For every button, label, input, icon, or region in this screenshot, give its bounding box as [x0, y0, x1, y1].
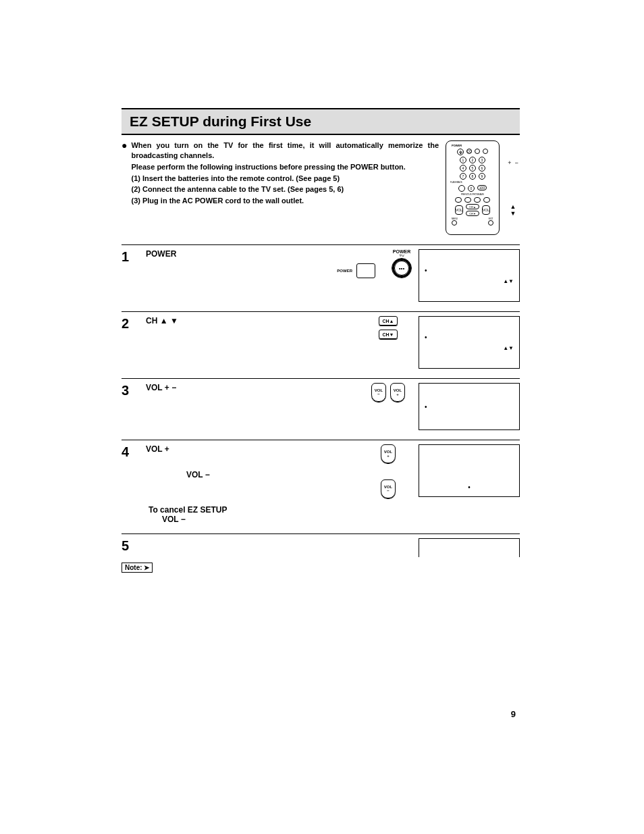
step-4: 4 VOL + VOL − VOL + VOL − •	[122, 444, 520, 498]
remote-flashback-button	[458, 185, 465, 192]
step-2: 2 CH ▲ ▼ CH▲ CH▼ • ▲▼	[122, 316, 520, 369]
remote-input-button	[483, 149, 488, 154]
step-1: 1 POWER POWER POWER TV •••	[122, 249, 520, 302]
step-1-power-top: POWER	[393, 249, 410, 254]
vol-plus-icon: VOL +	[381, 444, 396, 463]
ch-up-icon: CH▲	[379, 316, 398, 325]
step-2-info-box: • ▲▼	[419, 316, 520, 369]
intro-block: ● When you turn on the TV for the first …	[122, 140, 520, 235]
remote-ch-up: CH▲	[466, 204, 479, 209]
remote-power-icon: ⏻	[457, 149, 464, 155]
remote-num-100: 100	[477, 185, 487, 190]
remote-num-7: 7	[460, 173, 466, 180]
divider	[122, 311, 520, 312]
vol-minus-icon: VOL −	[371, 383, 386, 402]
remote-num-9: 9	[479, 173, 485, 180]
step-1-number: 1	[122, 249, 134, 265]
bullet-icon: •	[425, 267, 427, 274]
remote-prev-label: PREVIOUS PROGRAMS	[461, 193, 484, 196]
step-5-info-box	[419, 538, 520, 557]
step-5-number: 5	[122, 538, 134, 554]
section-title-bar: EZ SETUP during First Use	[122, 108, 520, 135]
remote-exit-button	[488, 220, 493, 226]
step-4-label-b: VOL −	[186, 470, 210, 479]
note-label: Note:	[125, 564, 142, 571]
step-2-number: 2	[122, 316, 134, 332]
step-1-power-small: POWER	[337, 269, 352, 273]
divider	[122, 244, 520, 245]
remote-num-4: 4	[460, 165, 466, 172]
page-number: 9	[511, 709, 516, 719]
section-title: EZ SETUP during First Use	[130, 113, 512, 130]
remote-prev-2	[464, 197, 471, 203]
remote-vol-button: VOL	[455, 205, 463, 215]
legend-minus: −	[515, 159, 518, 166]
intro-text: ● When you turn on the TV for the first …	[122, 140, 439, 235]
vol-plus-icon: VOL +	[390, 383, 405, 402]
intro-main-1: When you turn on the TV for the first ti…	[131, 141, 439, 159]
step-1-info-box: • ▲▼	[419, 249, 520, 302]
divider	[122, 533, 520, 534]
remote-legend: + − ▲ ▼	[506, 140, 520, 235]
remote-flashback-label: FLASHBACK	[450, 181, 462, 184]
step-4-info-box: •	[419, 444, 520, 497]
divider	[122, 378, 520, 379]
legend-plus: +	[508, 159, 511, 166]
step-1-label: POWER	[146, 249, 176, 259]
note-arrow-icon: ➤	[144, 564, 149, 571]
remote-power-label: POWER	[452, 144, 462, 147]
step-3-label: VOL + −	[146, 383, 176, 392]
remote-num-2: 2	[469, 157, 476, 163]
note-tag: Note: ➤	[122, 563, 153, 573]
cancel-title: To cancel EZ SETUP	[149, 505, 227, 515]
remote-cc-button: CC	[466, 149, 472, 154]
page-content: EZ SETUP during First Use ● When you tur…	[122, 108, 520, 573]
step-4-label-a: VOL +	[146, 444, 169, 454]
vol-minus-icon: VOL −	[381, 479, 396, 498]
intro-line-1: (1) Insert the batteries into the remote…	[131, 174, 340, 182]
remote-num-1: 1	[460, 157, 466, 163]
intro-line-2: (2) Connect the antenna cable to the TV …	[131, 185, 344, 193]
bullet-icon: •	[468, 484, 471, 491]
remote-ch-down: CH▼	[466, 211, 479, 216]
remote-menu-button	[452, 220, 457, 226]
intro-bullet: ● When you turn on the TV for the first …	[122, 140, 439, 207]
intro-main-2: Please perform the following instruction…	[131, 163, 405, 171]
intro-line-3: (3) Plug in the AC POWER cord to the wal…	[131, 197, 304, 205]
remote-num-0: 0	[468, 185, 475, 192]
bullet-icon: •	[425, 403, 427, 411]
step-3: 3 VOL + − VOL − VOL + •	[122, 383, 520, 430]
remote-prev-3	[474, 197, 481, 203]
legend-up: ▲	[510, 203, 516, 210]
step-2-label: CH ▲ ▼	[146, 316, 178, 325]
step-4-number: 4	[122, 444, 134, 460]
step-3-info-box: •	[419, 383, 520, 430]
remote-prev-4	[483, 197, 490, 203]
power-rect-icon	[356, 263, 375, 278]
remote-num-5: 5	[469, 165, 476, 172]
remote-num-3: 3	[479, 157, 485, 163]
remote-diagram: POWER ⏻ CC 1 2 3 4 5 6 7 8 9 FLA	[446, 140, 500, 235]
step-1-box-arrows: ▲▼	[425, 278, 514, 284]
ch-down-icon: CH▼	[379, 330, 398, 339]
cancel-block: To cancel EZ SETUP VOL −	[149, 505, 520, 524]
divider	[122, 440, 520, 440]
remote-num-8: 8	[469, 173, 476, 180]
remote-num-6: 6	[479, 165, 485, 172]
step-3-number: 3	[122, 383, 134, 398]
power-circle-icon: •••	[392, 258, 412, 278]
step-5: 5	[122, 538, 520, 557]
step-2-box-arrows: ▲▼	[425, 345, 514, 351]
cancel-label: VOL −	[162, 515, 186, 524]
bullet-icon: ●	[122, 140, 127, 207]
remote-display-button	[475, 149, 480, 154]
remote-prev-1	[455, 197, 462, 203]
legend-down: ▼	[510, 210, 516, 217]
bullet-icon: •	[425, 334, 427, 341]
remote-vol-button-2: VOL	[482, 205, 490, 215]
